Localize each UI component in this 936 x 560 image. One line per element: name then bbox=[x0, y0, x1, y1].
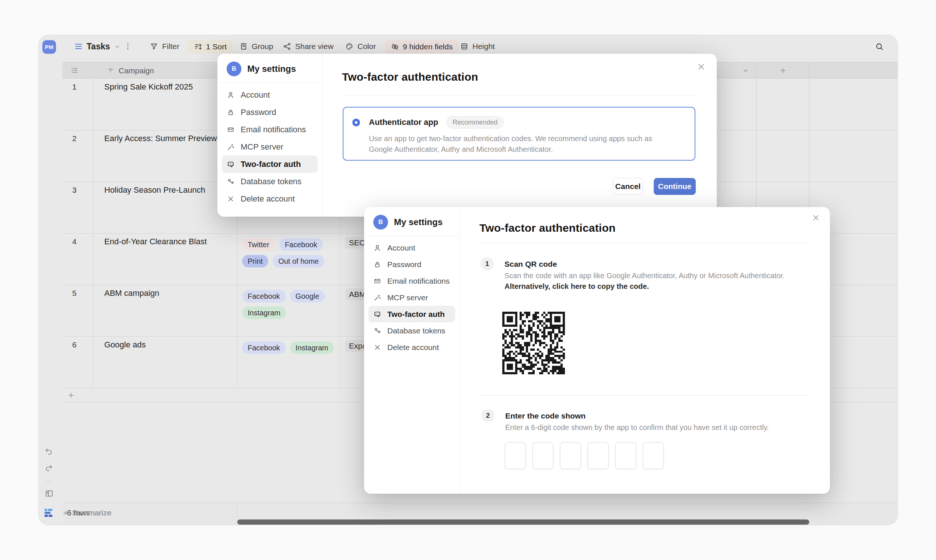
settings-nav: Account Password Email notifications MCP… bbox=[364, 236, 460, 359]
toggle-sidebar-icon[interactable] bbox=[44, 489, 54, 498]
settings-nav-item[interactable]: Email notifications bbox=[222, 121, 318, 138]
settings-nav-item[interactable]: Account bbox=[222, 86, 318, 103]
settings-nav-icon bbox=[226, 108, 235, 117]
copy-code-link[interactable]: Alternatively, click here to copy the co… bbox=[505, 282, 649, 291]
settings-nav-item[interactable]: Email notifications bbox=[368, 272, 455, 289]
recommended-badge: Recommended bbox=[446, 116, 504, 129]
settings-nav-item[interactable]: Delete account bbox=[368, 339, 455, 355]
dialog-title: Two-factor authentication bbox=[342, 71, 478, 83]
workspace-avatar[interactable]: PM bbox=[42, 40, 56, 54]
table-footer: 6 rows Summarize Summarize Summarize Sum… bbox=[62, 503, 898, 525]
filter-button[interactable]: Filter bbox=[149, 35, 179, 58]
channels-cell[interactable]: TwitterFacebookPrintOut of home bbox=[237, 234, 340, 285]
campaign-cell[interactable]: Holiday Season Pre-Launch bbox=[93, 182, 237, 233]
step-1-title: Scan QR code bbox=[505, 260, 557, 269]
code-digit-input[interactable] bbox=[587, 442, 609, 469]
add-field-icon[interactable] bbox=[779, 66, 787, 75]
grid-view-icon[interactable] bbox=[43, 507, 55, 518]
channel-tag[interactable]: Facebook bbox=[279, 238, 323, 251]
settings-nav-label: Database tokens bbox=[387, 326, 445, 335]
chevron-down-icon bbox=[114, 43, 121, 50]
eye-off-icon bbox=[391, 42, 399, 51]
row-numbers-icon bbox=[70, 66, 79, 74]
sort-label: 1 Sort bbox=[206, 42, 226, 51]
channel-tag[interactable]: Facebook bbox=[242, 290, 286, 303]
settings-nav-label: Delete account bbox=[241, 194, 295, 204]
campaign-cell[interactable]: Early Access: Summer Preview bbox=[93, 131, 237, 182]
text-field-icon bbox=[107, 67, 115, 74]
settings-nav-label: Account bbox=[387, 243, 415, 252]
code-digit-input[interactable] bbox=[532, 442, 554, 469]
settings-nav-label: Email notifications bbox=[387, 277, 450, 286]
settings-nav-item[interactable]: Password bbox=[222, 103, 318, 121]
campaign-column-header[interactable]: Campaign bbox=[119, 66, 154, 75]
dialog-divider bbox=[342, 95, 696, 95]
settings-nav-item[interactable]: Database tokens bbox=[368, 322, 455, 339]
sort-icon bbox=[194, 42, 203, 51]
continue-button[interactable]: Continue bbox=[654, 178, 696, 195]
code-digit-input[interactable] bbox=[643, 442, 664, 469]
settings-nav-item[interactable]: MCP server bbox=[222, 138, 318, 155]
user-avatar: B bbox=[226, 62, 242, 76]
two-factor-setup-dialog: B My settings Account Password Email not… bbox=[364, 207, 830, 494]
campaign-cell[interactable]: ABM campaign bbox=[93, 285, 237, 336]
table-menu-icon bbox=[74, 42, 83, 51]
channel-tag[interactable]: Google bbox=[290, 290, 325, 303]
settings-nav-icon bbox=[373, 277, 382, 285]
channel-tag[interactable]: Out of home bbox=[273, 255, 324, 268]
table-switcher[interactable]: Tasks bbox=[74, 35, 121, 58]
share-icon bbox=[283, 42, 291, 51]
settings-nav-label: Password bbox=[387, 260, 421, 269]
code-digit-input[interactable] bbox=[505, 442, 526, 469]
channel-tag[interactable]: Twitter bbox=[242, 238, 275, 251]
view-more-button[interactable] bbox=[123, 35, 132, 58]
column-menu-chevron-icon[interactable] bbox=[742, 67, 750, 74]
summarize-button[interactable]: Summarize bbox=[62, 508, 111, 517]
row-number: 6 bbox=[62, 337, 93, 388]
redo-icon[interactable] bbox=[44, 463, 54, 473]
radio-selected-icon[interactable] bbox=[352, 118, 360, 126]
undo-icon[interactable] bbox=[44, 447, 54, 456]
close-icon[interactable] bbox=[811, 213, 820, 222]
settings-nav-item[interactable]: Two-factor auth bbox=[368, 306, 455, 322]
settings-nav-label: Delete account bbox=[387, 343, 439, 352]
settings-nav-item[interactable]: Delete account bbox=[222, 190, 318, 208]
code-digit-input[interactable] bbox=[560, 442, 581, 469]
settings-nav-label: Email notifications bbox=[241, 125, 306, 134]
campaign-cell[interactable]: End-of-Year Clearance Blast bbox=[93, 234, 237, 285]
settings-nav-icon bbox=[373, 260, 382, 269]
step-1-description: Scan the code with an app like Google Au… bbox=[505, 272, 785, 280]
settings-nav-label: Password bbox=[241, 108, 276, 117]
filter-label: Filter bbox=[162, 42, 179, 51]
settings-nav-icon bbox=[226, 178, 235, 186]
code-digit-input[interactable] bbox=[615, 442, 636, 469]
channels-cell[interactable]: FacebookGoogleInstagram bbox=[237, 285, 340, 336]
channel-tag[interactable]: Instagram bbox=[290, 342, 334, 354]
sort-button[interactable]: 1 Sort bbox=[188, 40, 232, 54]
settings-nav-item[interactable]: Database tokens bbox=[222, 173, 318, 190]
campaign-cell[interactable]: Spring Sale Kickoff 2025 bbox=[93, 79, 237, 130]
two-factor-method-dialog: B My settings Account Password Email not… bbox=[217, 54, 717, 217]
horizontal-scrollbar[interactable] bbox=[237, 520, 809, 525]
page: Campaign 1 Spring Sale Kickoff 2025 2 Ea… bbox=[0, 0, 936, 560]
channel-tag[interactable]: Instagram bbox=[242, 306, 286, 319]
settings-nav-icon bbox=[373, 244, 382, 252]
cancel-button[interactable]: Cancel bbox=[613, 178, 643, 195]
settings-nav-label: MCP server bbox=[387, 293, 428, 302]
filter-icon bbox=[149, 42, 159, 51]
dialog-title: Two-factor authentication bbox=[479, 222, 616, 234]
settings-nav-item[interactable]: Account bbox=[368, 240, 455, 256]
campaign-cell[interactable]: Google ads bbox=[93, 337, 237, 388]
channel-tag[interactable]: Print bbox=[242, 255, 268, 268]
settings-nav-icon bbox=[373, 310, 382, 318]
channel-tag[interactable]: Facebook bbox=[242, 342, 286, 354]
channels-cell[interactable]: FacebookInstagram bbox=[237, 337, 340, 388]
hidden-fields-label: 9 hidden fields bbox=[403, 42, 453, 51]
settings-nav-item[interactable]: Two-factor auth bbox=[222, 155, 318, 173]
search-button[interactable] bbox=[874, 35, 884, 58]
settings-nav-item[interactable]: Password bbox=[368, 256, 455, 272]
close-icon[interactable] bbox=[696, 62, 706, 71]
hidden-fields-button[interactable]: 9 hidden fields bbox=[385, 40, 459, 54]
settings-nav-item[interactable]: MCP server bbox=[368, 289, 455, 306]
authenticator-option-card[interactable]: Authenticator app Recommended Use an app… bbox=[343, 107, 695, 161]
